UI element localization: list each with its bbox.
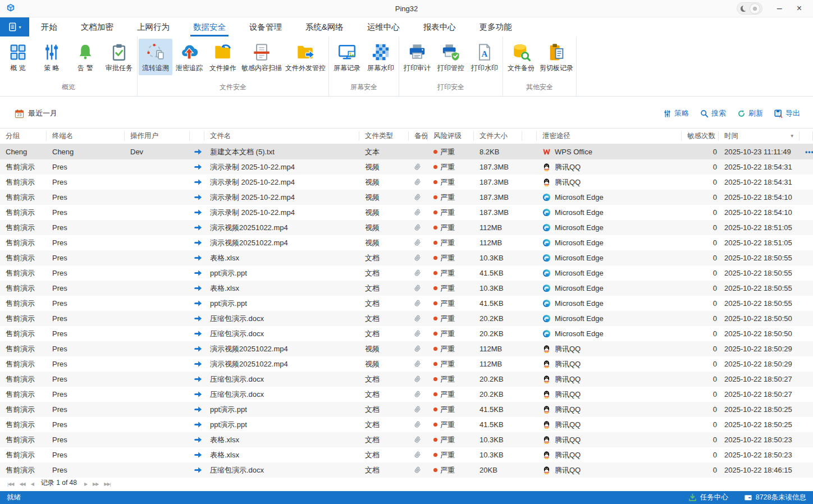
tab-5[interactable]: 设备管理	[237, 17, 294, 36]
tab-7[interactable]: 运维中心	[355, 17, 412, 36]
ribbon-button-folder-out[interactable]: 文件外发管控	[284, 39, 327, 75]
ribbon-group-label: 打印安全	[400, 81, 501, 96]
tab-3[interactable]: 上网行为	[125, 17, 181, 36]
table-row[interactable]: 售前演示Pres演示录制 2025-10-22.mp4视频严重187.3MBMi…	[0, 205, 813, 220]
column-header-9[interactable]: 文件大小	[474, 131, 522, 141]
table-row[interactable]: ChengChengDev新建文本文档 (5).txt文本严重8.2KBWPS …	[0, 144, 813, 159]
ribbon-group: 流转追溯泄密追踪文件操作敏感内容扫描文件外发管控文件安全	[138, 36, 329, 96]
search-label: 搜索	[711, 108, 726, 118]
pager-fast-prev-icon[interactable]: ◀◀	[19, 482, 25, 487]
cell-file-arrow	[190, 314, 204, 323]
cell-file-arrow	[190, 405, 204, 414]
table-row[interactable]: 售前演示Pres表格.xlsx文档严重10.3KBMicrosoft Edge0…	[0, 281, 813, 296]
refresh-button[interactable]: 刷新	[737, 108, 763, 118]
table-row[interactable]: 售前演示Presppt演示.ppt文档严重41.5KB腾讯QQ02025-10-…	[0, 417, 813, 432]
tab-8[interactable]: 报表中心	[412, 17, 468, 36]
pager-last-icon[interactable]: ▶▶|	[104, 482, 110, 487]
column-header-6[interactable]: 文件类型	[359, 131, 409, 141]
pager-prev-icon[interactable]: ◀	[31, 482, 34, 487]
cell-filetype: 文档	[359, 314, 409, 324]
ribbon-button-cloud-up[interactable]: 泄密追踪	[172, 39, 206, 75]
ribbon-button-sliders[interactable]: 策 略	[35, 39, 68, 75]
table-row[interactable]: 售前演示Presppt演示.ppt文档严重41.5KB腾讯QQ02025-10-…	[0, 402, 813, 417]
cell-group: 售前演示	[0, 314, 47, 324]
table-row[interactable]: 售前演示Pres演示视频20251022.mp4视频严重112MB腾讯QQ020…	[0, 341, 813, 356]
ribbon-button-screen-watermark[interactable]: 屏幕水印	[364, 39, 398, 75]
table-row[interactable]: 售前演示Presppt演示.ppt文档严重41.5KBMicrosoft Edg…	[0, 296, 813, 311]
unread-messages-button[interactable]: 8728条未读信息	[744, 493, 806, 502]
ribbon-button-folder-return[interactable]: 文件操作	[206, 39, 240, 75]
table-row[interactable]: 售前演示Pres压缩包演示.docx文档严重20KB腾讯QQ02025-10-2…	[0, 462, 813, 478]
theme-toggle[interactable]	[737, 2, 762, 15]
cell-risk: 严重	[428, 359, 474, 369]
column-header-1[interactable]: 分组	[0, 131, 47, 141]
tab-4[interactable]: 数据安全	[181, 17, 237, 36]
table-row[interactable]: 售前演示Presppt演示.ppt文档严重41.5KBMicrosoft Edg…	[0, 265, 813, 281]
sliders-icon	[42, 43, 61, 62]
cell-risk: 严重	[428, 450, 474, 460]
cell-filename: ppt演示.ppt	[204, 420, 359, 430]
table-row[interactable]: 售前演示Pres压缩包演示.docx文档严重20.2KB腾讯QQ02025-10…	[0, 372, 813, 387]
column-header-7[interactable]: 备份	[409, 131, 428, 141]
more-actions-icon[interactable]: •••	[800, 148, 813, 156]
minimize-icon[interactable]: –	[777, 4, 782, 13]
column-header-8[interactable]: 风险评级	[428, 131, 474, 141]
ribbon-button-bell[interactable]: 告 警	[68, 39, 102, 75]
ribbon-button-doc-a[interactable]: A打印水印	[468, 39, 501, 75]
risk-dot-icon	[433, 271, 437, 275]
table-row[interactable]: 售前演示Pres表格.xlsx文档严重10.3KBMicrosoft Edge0…	[0, 250, 813, 265]
cell-risk: 严重	[428, 420, 474, 430]
column-header-11[interactable]: 泄密途径	[537, 131, 682, 141]
table-row[interactable]: 售前演示Pres表格.xlsx文档严重10.3KB腾讯QQ02025-10-22…	[0, 432, 813, 447]
sun-toggle[interactable]	[750, 4, 760, 13]
cell-channel: 腾讯QQ	[537, 435, 682, 445]
ribbon-button-clipboard-doc[interactable]: 剪切板记录	[538, 39, 575, 75]
export-button[interactable]: A导出	[774, 108, 800, 118]
tab-9[interactable]: 更多功能	[468, 17, 524, 36]
table-row[interactable]: 售前演示Pres演示视频20251022.mp4视频严重112MBMicroso…	[0, 235, 813, 250]
close-icon[interactable]: ×	[797, 4, 802, 13]
pager-fast-next-icon[interactable]: ▶▶	[93, 482, 98, 487]
table-row[interactable]: 售前演示Pres演示视频20251022.mp4视频严重112MB腾讯QQ020…	[0, 356, 813, 372]
table-row[interactable]: 售前演示Pres演示录制 2025-10-22.mp4视频严重187.3MB腾讯…	[0, 159, 813, 175]
task-center-button[interactable]: 任务中心	[688, 493, 728, 502]
table-row[interactable]: 售前演示Pres演示录制 2025-10-22.mp4视频严重187.3MBMi…	[0, 190, 813, 205]
cell-backup	[409, 178, 428, 186]
ribbon-button-printer-shield[interactable]: 打印管控	[434, 39, 468, 75]
folder-out-icon	[296, 43, 315, 62]
tab-2[interactable]: 文档加密	[69, 17, 125, 36]
pager-next-icon[interactable]: ▶	[84, 482, 87, 487]
tab-6[interactable]: 系统&网络	[294, 17, 355, 36]
time-filter-caret-icon[interactable]: ▼	[790, 131, 799, 141]
ribbon-button-db-search[interactable]: 文件备份	[504, 39, 538, 75]
cell-filename: 演示录制 2025-10-22.mp4	[204, 193, 359, 203]
table-row[interactable]: 售前演示Pres压缩包演示.docx文档严重20.2KB腾讯QQ02025-10…	[0, 387, 813, 402]
table-row[interactable]: 售前演示Pres演示视频20251022.mp4视频严重112MBMicroso…	[0, 220, 813, 235]
column-header-3[interactable]: 操作用户	[125, 131, 190, 141]
column-header-5[interactable]: 文件名	[204, 131, 359, 141]
table-row[interactable]: 售前演示Pres表格.xlsx文档严重10.3KB腾讯QQ02025-10-22…	[0, 447, 813, 462]
tab-1[interactable]: 开始	[29, 17, 69, 36]
table-row[interactable]: 售前演示Pres演示录制 2025-10-22.mp4视频严重187.3MB腾讯…	[0, 175, 813, 190]
column-header-13[interactable]: 时间▼	[719, 131, 800, 141]
column-header-2[interactable]: 终端名	[47, 131, 125, 141]
ribbon-button-doc-scan[interactable]: 敏感内容扫描	[240, 39, 284, 75]
ribbon-button-trace[interactable]: 流转追溯	[139, 39, 172, 75]
column-header-12[interactable]: 敏感次数	[682, 131, 719, 141]
moon-icon[interactable]	[741, 6, 747, 12]
date-range-filter[interactable]: 23 最近一月	[15, 108, 57, 118]
cell-risk: 严重	[428, 435, 474, 445]
export-label: 导出	[785, 108, 800, 118]
pager-first-icon[interactable]: |◀◀	[7, 482, 13, 487]
policy-button[interactable]: 策略	[663, 108, 689, 118]
search-button[interactable]: 搜索	[700, 108, 726, 118]
table-header: 分组终端名操作用户文件名文件类型备份风险评级文件大小泄密途径敏感次数时间▼	[0, 128, 813, 144]
ribbon-button-clipboard-check[interactable]: 审批任务	[102, 39, 136, 75]
ribbon-button-screen-record[interactable]: 屏幕记录	[330, 39, 364, 75]
cell-size: 10.3KB	[474, 451, 522, 459]
app-menu-button[interactable]: ▾	[0, 17, 29, 36]
ribbon-button-printer[interactable]: 打印审计	[400, 39, 434, 75]
ribbon-button-grid[interactable]: 概 览	[1, 39, 35, 75]
table-row[interactable]: 售前演示Pres压缩包演示.docx文档严重20.2KBMicrosoft Ed…	[0, 326, 813, 341]
table-row[interactable]: 售前演示Pres压缩包演示.docx文档严重20.2KBMicrosoft Ed…	[0, 311, 813, 326]
